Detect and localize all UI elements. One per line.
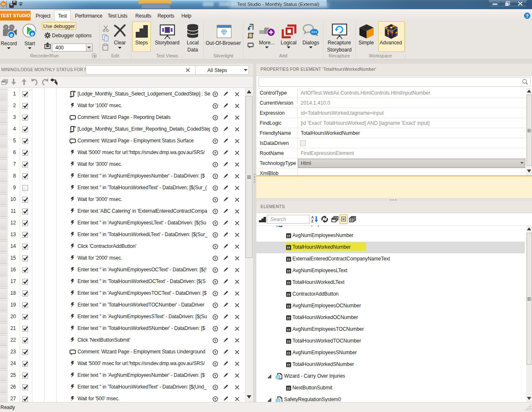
svg-text:?: ? — [526, 13, 528, 18]
svg-text:e: e — [31, 31, 34, 37]
svg-text:TS: TS — [2, 3, 5, 5]
svg-text:e: e — [10, 32, 13, 38]
svg-text:Z: Z — [311, 219, 313, 223]
